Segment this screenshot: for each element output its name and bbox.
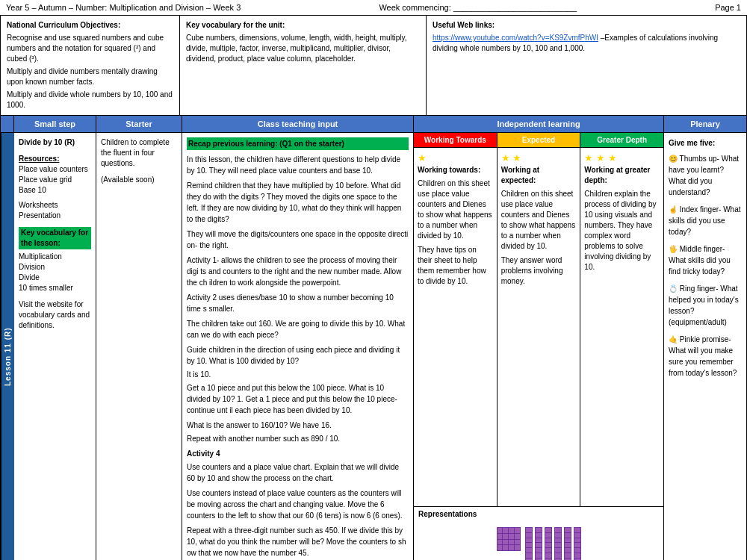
teaching-p9: Get a 10 piece and put this below the 10… bbox=[187, 382, 409, 416]
plenary-item-4: 💍 Ring finger- What helped you in today'… bbox=[669, 283, 742, 328]
plenary-item-3: 🖐 Middle finger- What skills did you fin… bbox=[669, 243, 742, 277]
resources-section: Resources: Place value counters Place va… bbox=[19, 154, 91, 221]
teaching-p7: Guide children in the direction of using… bbox=[187, 344, 409, 367]
greater-header: Greater Depth bbox=[580, 133, 663, 147]
col-header-teaching: Class teaching input bbox=[182, 116, 414, 132]
towards-cell: ★ Working towards: Children on this shee… bbox=[414, 148, 498, 506]
key-vocab-section: Key vocabulary for the lesson: Multiplic… bbox=[19, 227, 91, 293]
representations-label: Representations bbox=[418, 510, 659, 518]
independent-all: Working Towards Expected Greater Depth ★… bbox=[414, 133, 663, 560]
representations-section: Representations bbox=[414, 506, 663, 560]
indep-header-row: Working Towards Expected Greater Depth bbox=[414, 133, 663, 148]
towards-header: Working Towards bbox=[414, 133, 498, 147]
teaching-p10: What is the answer to 160/10? We have 16… bbox=[187, 420, 409, 431]
vocab-word-1: Multiplication bbox=[19, 252, 91, 262]
vocab-heading: Key vocabulary for the unit: bbox=[186, 20, 420, 31]
starter-text: Children to complete the fluent in four … bbox=[101, 137, 177, 169]
starter-available: (Available soon) bbox=[101, 175, 177, 185]
page-header: Year 5 – Autumn – Number: Multiplication… bbox=[0, 0, 747, 16]
curriculum-line-1: Recognise and use squared numbers and cu… bbox=[7, 33, 173, 64]
greater-title: Working at greater depth: bbox=[584, 165, 660, 186]
activity4-label: Activity 4 bbox=[187, 448, 409, 459]
teaching-p11: Repeat with another number such as 890 /… bbox=[187, 433, 409, 444]
expected-stars: ★ ★ bbox=[501, 152, 577, 165]
expected-header: Expected bbox=[498, 133, 581, 147]
plenary-item-5: 🤙 Pinkie promise- What will you make sur… bbox=[669, 334, 742, 379]
plenary-item-1: 😊 Thumbs up- What have you learnt? What … bbox=[669, 153, 742, 198]
col-header-starter: Starter bbox=[96, 116, 182, 132]
expected-title: Working at expected: bbox=[501, 165, 577, 186]
teaching-column: Recap previous learning: (Q1 on the star… bbox=[182, 133, 414, 560]
resource-5: Presentation bbox=[19, 211, 91, 221]
col-header-plenary: Plenary bbox=[664, 116, 746, 132]
top-info-row: National Curriculum Objectives: Recognis… bbox=[0, 16, 747, 116]
towards-tip: They have tips on their sheet to help th… bbox=[418, 245, 493, 287]
weblinks-cell: Useful Web links: https://www.youtube.co… bbox=[427, 16, 746, 115]
small-step-title: Divide by 10 (R) bbox=[19, 137, 91, 148]
resource-3: Base 10 bbox=[19, 185, 91, 196]
plenary-column: Give me five: 😊 Thumbs up- What have you… bbox=[664, 133, 746, 560]
teaching-p14: Repeat with a three-digit number such as… bbox=[187, 525, 409, 559]
hundred-block bbox=[497, 527, 521, 551]
towards-text: Children on this sheet use place value c… bbox=[418, 178, 493, 241]
dienes-image bbox=[418, 524, 659, 560]
towards-stars: ★ bbox=[418, 152, 493, 165]
curriculum-heading: National Curriculum Objectives: bbox=[7, 20, 173, 31]
lesson-label: Lesson 11 (R) bbox=[1, 133, 14, 560]
starter-column: Children to complete the fluent in four … bbox=[96, 133, 182, 560]
expected-extra: They answer word problems involving mone… bbox=[501, 255, 577, 287]
teaching-p8: It is 10. bbox=[187, 369, 409, 380]
curriculum-cell: National Curriculum Objectives: Recognis… bbox=[1, 16, 180, 115]
col-header-small-step: Small step bbox=[14, 116, 96, 132]
recap-highlight: Recap previous learning: (Q1 on the star… bbox=[187, 137, 409, 150]
greater-cell: ★ ★ ★ Working at greater depth: Children… bbox=[580, 148, 663, 506]
teaching-p2: Remind children that they have multiplie… bbox=[187, 180, 409, 225]
curriculum-line-3: Multiply and divide whole numbers by 10,… bbox=[7, 90, 173, 111]
teaching-p3: They will move the digits/counters one s… bbox=[187, 228, 409, 251]
greater-stars: ★ ★ ★ bbox=[584, 152, 660, 165]
greater-text: Children explain the process of dividing… bbox=[584, 189, 660, 273]
main-content-row: Lesson 11 (R) Divide by 10 (R) Resources… bbox=[0, 133, 747, 560]
resource-2: Place value grid bbox=[19, 175, 91, 185]
plenary-item-2: ☝ Index finger- What skills did you use … bbox=[669, 204, 742, 237]
teaching-p1: In this lesson, the children have differ… bbox=[187, 154, 409, 176]
teaching-p13: Use counters instead of place value coun… bbox=[187, 488, 409, 521]
page-title: Year 5 – Autumn – Number: Multiplication… bbox=[6, 3, 241, 12]
vocab-word-4: 10 times smaller bbox=[19, 283, 91, 293]
resources-label: Resources: bbox=[19, 154, 91, 164]
resource-1: Place value counters bbox=[19, 164, 91, 175]
visit-text: Visit the website for vocabulary cards a… bbox=[19, 299, 91, 331]
page-number: Page 1 bbox=[715, 3, 741, 12]
ten-rods bbox=[525, 527, 581, 560]
column-headers-row: Small step Starter Class teaching input … bbox=[0, 116, 747, 133]
small-step-column: Divide by 10 (R) Resources: Place value … bbox=[14, 133, 96, 560]
vocab-word-2: Division bbox=[19, 262, 91, 273]
curriculum-line-2: Multiply and divide numbers mentally dra… bbox=[7, 66, 173, 87]
teaching-p12: Use counters and a place value chart. Ex… bbox=[187, 461, 409, 484]
teaching-p5: Activity 2 uses dienes/base 10 to show a… bbox=[187, 292, 409, 314]
towards-title: Working towards: bbox=[418, 165, 493, 175]
indep-body: ★ Working towards: Children on this shee… bbox=[414, 148, 663, 506]
weblinks-heading: Useful Web links: bbox=[433, 20, 740, 31]
vocab-text: Cube numbers, dimensions, volume, length… bbox=[186, 33, 420, 64]
expected-text: Children on this sheet use place value c… bbox=[501, 189, 577, 252]
plenary-title: Give me five: bbox=[669, 137, 742, 149]
col-header-independent: Independent learning bbox=[414, 116, 664, 132]
vocab-cell: Key vocabulary for the unit: Cube number… bbox=[180, 16, 427, 115]
expected-cell: ★ ★ Working at expected: Children on thi… bbox=[498, 148, 581, 506]
teaching-p6: The children take out 160. We are going … bbox=[187, 318, 409, 340]
vocab-word-3: Divide bbox=[19, 273, 91, 283]
independent-column: Working Towards Expected Greater Depth ★… bbox=[414, 133, 664, 560]
key-vocab-label: Key vocabulary for the lesson: bbox=[19, 227, 91, 249]
teaching-p4: Activity 1- allows the children to see t… bbox=[187, 255, 409, 288]
weblinks-content: https://www.youtube.com/watch?v=KS9ZvmfP… bbox=[433, 33, 740, 54]
week-commencing: Week commencing: _______________________… bbox=[379, 3, 577, 12]
resource-4: Worksheets bbox=[19, 200, 91, 211]
weblink-url[interactable]: https://www.youtube.com/watch?v=KS9ZvmfP… bbox=[433, 34, 598, 42]
